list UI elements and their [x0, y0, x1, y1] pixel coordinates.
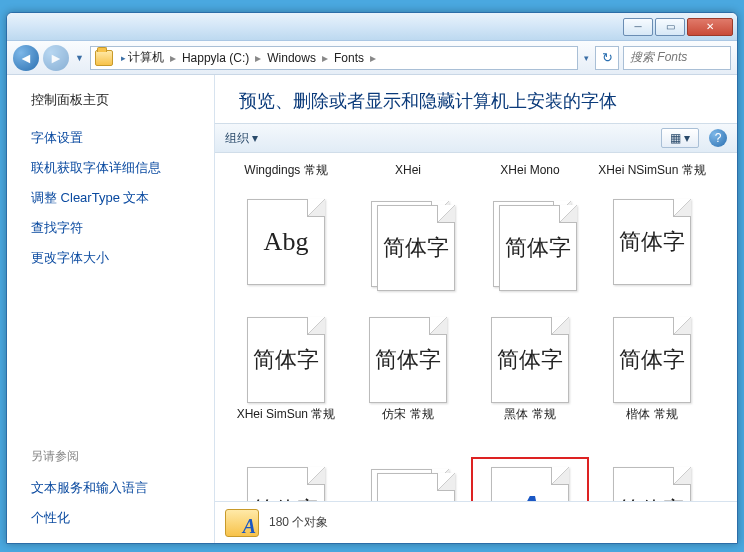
- see-also-heading: 另请参阅: [31, 448, 210, 465]
- address-dropdown-icon[interactable]: ▾: [582, 53, 591, 63]
- status-text: 180 个对象: [269, 514, 328, 531]
- folder-icon: [95, 50, 113, 66]
- search-input[interactable]: 搜索 Fonts: [623, 46, 731, 70]
- font-label: XHei: [391, 163, 425, 195]
- address-bar[interactable]: ▸ 计算机▸ Happyla (C:)▸ Windows▸ Fonts▸: [90, 46, 578, 70]
- main-panel: 预览、删除或者显示和隐藏计算机上安装的字体 组织 ▾ ▦ ▾ ? Wingdin…: [215, 75, 737, 543]
- font-label: 仿宋 常规: [378, 407, 437, 439]
- page-title: 预览、删除或者显示和隐藏计算机上安装的字体: [215, 75, 737, 123]
- font-label: Wingdings 常规: [240, 163, 331, 195]
- font-item[interactable]: Wingdings 常规Abg: [225, 161, 347, 311]
- sidebar: 控制面板主页 字体设置 联机获取字体详细信息 调整 ClearType 文本 查…: [7, 75, 215, 543]
- sidebar-link[interactable]: 调整 ClearType 文本: [31, 189, 210, 207]
- font-thumbnail: 简体字: [609, 465, 695, 501]
- font-item[interactable]: 简体字黑体 常规: [469, 311, 591, 461]
- toolbar: 组织 ▾ ▦ ▾ ?: [215, 123, 737, 153]
- font-thumbnail: 简体字: [487, 315, 573, 407]
- chevron-right-icon: ▸: [119, 53, 128, 63]
- sidebar-link[interactable]: 文本服务和输入语言: [31, 479, 210, 497]
- font-grid: Wingdings 常规AbgXHei简体字XHei Mono简体字XHei N…: [215, 153, 737, 501]
- back-button[interactable]: ◄: [13, 45, 39, 71]
- font-thumbnail: 简体字: [243, 465, 329, 501]
- minimize-button[interactable]: ─: [623, 18, 653, 36]
- font-thumbnail: 简体字: [609, 197, 695, 289]
- explorer-window: ─ ▭ ✕ ◄ ► ▼ ▸ 计算机▸ Happyla (C:)▸ Windows…: [6, 12, 738, 544]
- font-thumbnail: 简体字: [365, 197, 451, 289]
- crumb[interactable]: Happyla (C:): [182, 51, 249, 65]
- font-item[interactable]: 简体字楷体 常规: [591, 311, 713, 461]
- sidebar-link[interactable]: 更改字体大小: [31, 249, 210, 267]
- sidebar-link[interactable]: 联机获取字体详细信息: [31, 159, 210, 177]
- crumb[interactable]: Windows: [267, 51, 316, 65]
- font-item[interactable]: 简体字宋体 常规: [225, 461, 347, 501]
- font-thumbnail: A↗: [487, 465, 573, 501]
- font-label: XHei Mono: [496, 163, 563, 195]
- sidebar-link[interactable]: 查找字符: [31, 219, 210, 237]
- font-label: XHei NSimSun 常规: [594, 163, 709, 195]
- font-thumbnail: 简体字: [243, 315, 329, 407]
- navigation-bar: ◄ ► ▼ ▸ 计算机▸ Happyla (C:)▸ Windows▸ Font…: [7, 41, 737, 75]
- font-item[interactable]: 简体字: [591, 461, 713, 501]
- sidebar-link[interactable]: 字体设置: [31, 129, 210, 147]
- sidebar-link[interactable]: 个性化: [31, 509, 210, 527]
- close-button[interactable]: ✕: [687, 18, 733, 36]
- maximize-button[interactable]: ▭: [655, 18, 685, 36]
- crumb[interactable]: Fonts: [334, 51, 364, 65]
- font-item[interactable]: XHei Mono简体字: [469, 161, 591, 311]
- titlebar[interactable]: ─ ▭ ✕: [7, 13, 737, 41]
- font-thumbnail: 简体字: [365, 315, 451, 407]
- font-item[interactable]: 简体字微软雅黑: [347, 461, 469, 501]
- font-thumbnail: 简体字: [609, 315, 695, 407]
- organize-button[interactable]: 组织 ▾: [225, 130, 258, 147]
- font-thumbnail: 简体字: [365, 465, 451, 501]
- help-icon[interactable]: ?: [709, 129, 727, 147]
- forward-button[interactable]: ►: [43, 45, 69, 71]
- fonts-folder-icon: [225, 509, 259, 537]
- font-item[interactable]: XHei简体字: [347, 161, 469, 311]
- font-thumbnail: Abg: [243, 197, 329, 289]
- font-thumbnail: 简体字: [487, 197, 573, 289]
- control-panel-home[interactable]: 控制面板主页: [31, 91, 210, 109]
- font-item[interactable]: 简体字仿宋 常规: [347, 311, 469, 461]
- font-item[interactable]: A↗文鼎超: [469, 461, 591, 501]
- font-label: 黑体 常规: [500, 407, 559, 439]
- font-item[interactable]: XHei NSimSun 常规简体字: [591, 161, 713, 311]
- crumb[interactable]: 计算机: [128, 49, 164, 66]
- status-bar: 180 个对象: [215, 501, 737, 543]
- refresh-button[interactable]: ↻: [595, 46, 619, 70]
- view-button[interactable]: ▦ ▾: [661, 128, 699, 148]
- history-dropdown-icon[interactable]: ▼: [73, 53, 86, 63]
- font-label: 楷体 常规: [622, 407, 681, 439]
- font-item[interactable]: 简体字XHei SimSun 常规: [225, 311, 347, 461]
- font-label: XHei SimSun 常规: [233, 407, 340, 439]
